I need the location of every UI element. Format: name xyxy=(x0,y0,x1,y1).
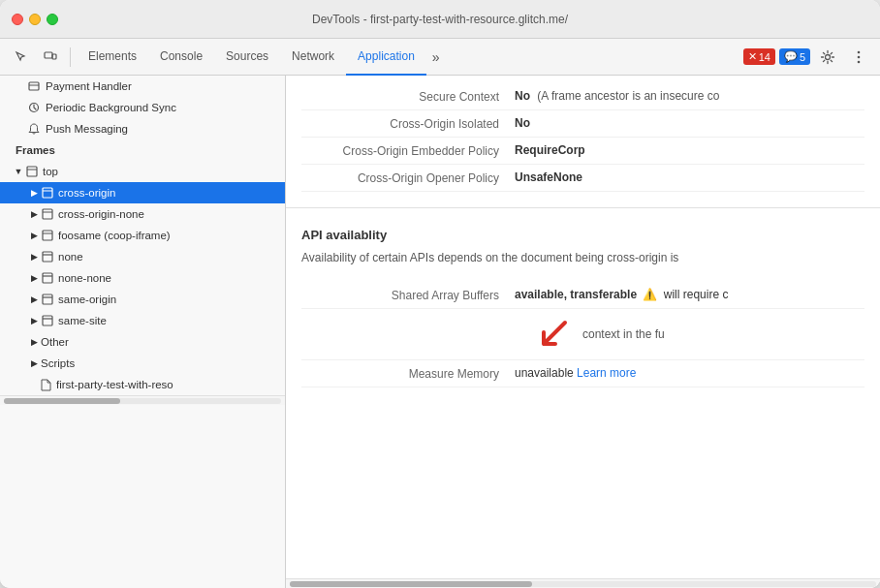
sidebar-item-other[interactable]: ▶ Other xyxy=(0,331,285,353)
svg-point-5 xyxy=(858,60,861,63)
expand-arrow-5: ▶ xyxy=(27,252,41,262)
frame-icon xyxy=(25,165,39,178)
frame-icon-4 xyxy=(41,229,54,242)
minimize-button[interactable] xyxy=(29,14,41,25)
expand-arrow-8: ▶ xyxy=(27,316,41,325)
sidebar-item-foosame[interactable]: ▶ foosame (coop-iframe) xyxy=(0,225,285,246)
warning-icon: ⚠️ xyxy=(643,288,657,301)
frame-icon-3 xyxy=(41,207,54,221)
expand-arrow-other: ▶ xyxy=(27,337,41,347)
toolbar-divider xyxy=(70,47,71,67)
tab-console[interactable]: Console xyxy=(148,39,214,76)
svg-point-4 xyxy=(858,55,861,58)
frame-icon-5 xyxy=(41,250,54,263)
sidebar-item-push-messaging[interactable]: Push Messaging xyxy=(0,118,285,139)
expand-arrow-6: ▶ xyxy=(27,273,41,283)
sidebar-item-cross-origin[interactable]: ▶ cross-origin xyxy=(0,182,285,203)
expand-arrow-2: ▶ xyxy=(27,188,41,198)
learn-more-link[interactable]: Learn more xyxy=(577,366,636,380)
frame-icon-8 xyxy=(41,314,54,327)
close-button[interactable] xyxy=(12,14,23,25)
api-section-title: API availablity xyxy=(286,216,880,246)
svg-rect-23 xyxy=(43,316,52,325)
sidebar-item-scripts[interactable]: ▶ Scripts xyxy=(0,353,285,374)
file-icon xyxy=(39,378,52,391)
content-panel: Secure Context No (A frame ancestor is a… xyxy=(286,76,880,588)
sidebar: Payment Handler Periodic Background Sync xyxy=(0,76,286,588)
more-options-icon[interactable] xyxy=(845,44,872,71)
info-table: Secure Context No (A frame ancestor is a… xyxy=(286,76,880,200)
info-row-cross-origin-embedder: Cross-Origin Embedder Policy RequireCorp xyxy=(301,138,864,165)
tab-bar: Elements Console Sources Network Applica… xyxy=(77,39,741,76)
message-icon: 💬 xyxy=(784,50,798,63)
info-row-cross-origin-opener: Cross-Origin Opener Policy UnsafeNone xyxy=(301,165,864,192)
tab-application[interactable]: Application xyxy=(346,39,426,76)
sidebar-scrollbar-thumb[interactable] xyxy=(4,398,120,404)
frame-icon-6 xyxy=(41,271,54,285)
svg-rect-11 xyxy=(43,188,52,198)
api-info-table: Shared Array Buffers available, transfer… xyxy=(286,274,880,395)
svg-rect-21 xyxy=(43,294,52,304)
sidebar-item-periodic-bg-sync[interactable]: Periodic Background Sync xyxy=(0,97,285,118)
main-content: Payment Handler Periodic Background Sync xyxy=(0,76,880,588)
message-badge[interactable]: 💬 5 xyxy=(779,48,810,65)
content-horizontal-scrollbar[interactable] xyxy=(286,578,880,588)
api-section-description: Availability of certain APIs depends on … xyxy=(286,246,880,274)
content-scroll-area[interactable]: Secure Context No (A frame ancestor is a… xyxy=(286,76,880,578)
sidebar-scrollbar-track xyxy=(4,398,281,404)
sidebar-item-payment-handler[interactable]: Payment Handler xyxy=(0,76,285,97)
devtools-window: DevTools - first-party-test-with-resourc… xyxy=(0,0,880,588)
info-row-secure-context: Secure Context No (A frame ancestor is a… xyxy=(301,83,864,110)
svg-rect-6 xyxy=(29,82,39,90)
error-icon: ✕ xyxy=(748,50,757,63)
svg-rect-9 xyxy=(27,167,37,176)
payment-handler-icon xyxy=(27,79,41,93)
frames-label: Frames xyxy=(16,144,55,156)
section-divider xyxy=(286,207,880,208)
periodic-bg-sync-icon xyxy=(27,101,41,114)
info-row-shared-array: Shared Array Buffers available, transfer… xyxy=(301,282,864,309)
expand-arrow-4: ▶ xyxy=(27,231,41,240)
tab-elements[interactable]: Elements xyxy=(77,39,148,76)
expand-arrow-scripts: ▶ xyxy=(27,358,41,368)
svg-rect-1 xyxy=(52,54,56,59)
sidebar-item-none-none[interactable]: ▶ none-none xyxy=(0,267,285,289)
sidebar-scroll-content: Payment Handler Periodic Background Sync xyxy=(0,76,285,395)
sidebar-item-cross-origin-none[interactable]: ▶ cross-origin-none xyxy=(0,203,285,225)
tab-network[interactable]: Network xyxy=(280,39,346,76)
red-arrow-indicator: context in the fu xyxy=(515,315,864,354)
expand-arrow: ▼ xyxy=(12,167,25,176)
more-tabs-button[interactable]: » xyxy=(426,39,446,76)
info-row-cross-origin-isolated: Cross-Origin Isolated No xyxy=(301,110,864,138)
info-row-shared-array-cont: context in the fu xyxy=(301,309,864,360)
sidebar-horizontal-scrollbar[interactable] xyxy=(0,395,285,405)
maximize-button[interactable] xyxy=(47,14,58,25)
svg-rect-0 xyxy=(45,52,52,58)
svg-rect-15 xyxy=(43,231,52,240)
toolbar-right: ✕ 14 💬 5 xyxy=(743,44,872,71)
svg-point-2 xyxy=(826,54,831,59)
sidebar-item-top-frame[interactable]: ▼ top xyxy=(0,161,285,182)
window-title: DevTools - first-party-test-with-resourc… xyxy=(312,13,568,26)
frame-icon-7 xyxy=(41,293,54,306)
tab-sources[interactable]: Sources xyxy=(214,39,280,76)
sidebar-item-same-origin[interactable]: ▶ same-origin xyxy=(0,289,285,310)
settings-icon[interactable] xyxy=(814,44,841,71)
sidebar-item-file[interactable]: first-party-test-with-reso xyxy=(0,374,285,395)
svg-point-3 xyxy=(858,50,861,53)
inspect-icon[interactable] xyxy=(8,44,35,71)
content-scrollbar-thumb[interactable] xyxy=(290,581,532,587)
toolbar: Elements Console Sources Network Applica… xyxy=(0,39,880,76)
error-badge[interactable]: ✕ 14 xyxy=(743,48,775,65)
sidebar-frames-header[interactable]: Frames xyxy=(0,139,285,161)
frame-icon-2 xyxy=(41,186,54,200)
info-row-measure-memory: Measure Memory unavailable Learn more xyxy=(301,360,864,387)
sidebar-item-none[interactable]: ▶ none xyxy=(0,246,285,267)
traffic-lights xyxy=(12,14,58,25)
sidebar-item-same-site[interactable]: ▶ same-site xyxy=(0,310,285,331)
svg-rect-13 xyxy=(43,209,52,219)
svg-rect-19 xyxy=(43,273,52,283)
device-toggle-icon[interactable] xyxy=(37,44,64,71)
title-bar: DevTools - first-party-test-with-resourc… xyxy=(0,0,880,39)
svg-rect-17 xyxy=(43,252,52,262)
